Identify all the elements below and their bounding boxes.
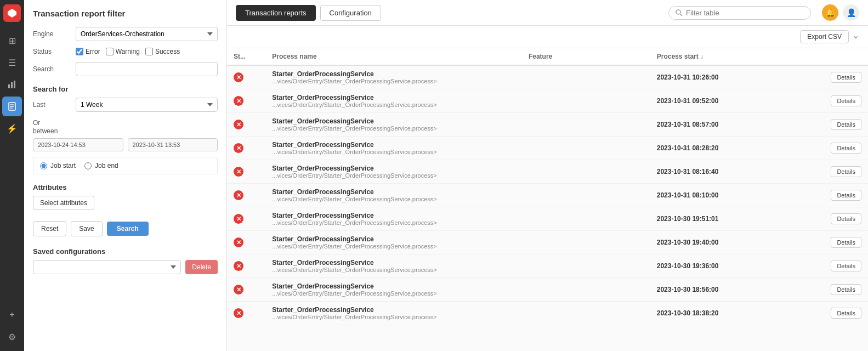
date-to-input[interactable] bbox=[128, 138, 218, 151]
table-area: Export CSV ⌄ St... Process name Feature … bbox=[227, 26, 868, 351]
status-cell: ✕ bbox=[227, 65, 265, 89]
process-cell: Starter_OrderProcessingService ...vices/… bbox=[265, 207, 522, 231]
error-icon: ✕ bbox=[234, 285, 243, 295]
details-button[interactable]: Details bbox=[831, 308, 861, 319]
date-from-input[interactable] bbox=[33, 138, 123, 151]
details-button[interactable]: Details bbox=[831, 143, 861, 154]
process-path-text: ...vices/OrderEntry/Starter_OrderProcess… bbox=[272, 196, 515, 202]
plus-icon[interactable]: + bbox=[2, 305, 22, 325]
action-cell: Details bbox=[801, 207, 868, 231]
table-row: ✕ Starter_OrderProcessingService ...vice… bbox=[227, 184, 868, 207]
col-header-status: St... bbox=[227, 48, 265, 65]
feature-cell bbox=[522, 254, 650, 278]
process-path-text: ...vices/OrderEntry/Starter_OrderProcess… bbox=[272, 172, 515, 179]
tab-transaction-reports[interactable]: Transaction reports bbox=[236, 5, 316, 21]
table-row: ✕ Starter_OrderProcessingService ...vice… bbox=[227, 207, 868, 231]
export-csv-button[interactable]: Export CSV bbox=[800, 30, 849, 43]
status-success-item[interactable]: Success bbox=[145, 48, 180, 55]
process-start-cell: 2023-10-31 08:10:00 bbox=[650, 184, 801, 207]
process-path-text: ...vices/OrderEntry/Starter_OrderProcess… bbox=[272, 149, 515, 155]
column-toggle-icon[interactable]: ⌄ bbox=[852, 30, 859, 43]
error-icon: ✕ bbox=[234, 237, 243, 247]
status-error-item[interactable]: Error bbox=[76, 48, 100, 55]
list-icon[interactable]: ☰ bbox=[2, 53, 22, 72]
svg-rect-1 bbox=[11, 82, 13, 88]
status-cell: ✕ bbox=[227, 278, 265, 302]
action-cell: Details bbox=[801, 231, 868, 254]
status-warning-item[interactable]: Warning bbox=[106, 48, 140, 55]
status-cell: ✕ bbox=[227, 137, 265, 160]
chart-icon[interactable] bbox=[2, 75, 22, 94]
process-path-text: ...vices/OrderEntry/Starter_OrderProcess… bbox=[272, 125, 515, 132]
action-cell: Details bbox=[801, 278, 868, 302]
details-button[interactable]: Details bbox=[831, 284, 861, 295]
process-path-text: ...vices/OrderEntry/Starter_OrderProcess… bbox=[272, 219, 515, 226]
details-button[interactable]: Details bbox=[831, 95, 861, 106]
details-button[interactable]: Details bbox=[831, 72, 861, 83]
filter-table-input[interactable] bbox=[686, 9, 804, 17]
job-end-radio[interactable] bbox=[84, 162, 92, 169]
last-label: Last bbox=[33, 101, 71, 109]
feature-cell bbox=[522, 231, 650, 254]
select-attributes-button[interactable]: Select attributes bbox=[33, 196, 94, 210]
details-button[interactable]: Details bbox=[831, 190, 861, 201]
status-checkboxes: Error Warning Success bbox=[76, 48, 218, 55]
process-name-text: Starter_OrderProcessingService bbox=[272, 70, 515, 78]
error-icon: ✕ bbox=[234, 190, 243, 200]
bolt-icon[interactable]: ⚡ bbox=[2, 118, 22, 138]
details-button[interactable]: Details bbox=[831, 261, 861, 271]
attributes-title: Attributes bbox=[33, 183, 218, 191]
user-button[interactable]: 👤 bbox=[843, 4, 859, 21]
status-cell: ✕ bbox=[227, 184, 265, 207]
job-start-radio[interactable] bbox=[40, 162, 47, 169]
search-label: Search bbox=[33, 65, 71, 73]
process-start-cell: 2023-10-31 08:16:40 bbox=[650, 160, 801, 184]
svg-point-7 bbox=[676, 10, 680, 14]
details-button[interactable]: Details bbox=[831, 119, 861, 130]
process-name-text: Starter_OrderProcessingService bbox=[272, 165, 515, 172]
svg-rect-0 bbox=[8, 84, 10, 88]
search-button[interactable]: Search bbox=[107, 222, 149, 236]
details-button[interactable]: Details bbox=[831, 213, 861, 224]
delete-button[interactable]: Delete bbox=[185, 260, 218, 274]
job-end-label: Job end bbox=[95, 162, 118, 169]
error-icon: ✕ bbox=[234, 308, 243, 318]
status-cell: ✕ bbox=[227, 231, 265, 254]
job-end-radio-item[interactable]: Job end bbox=[84, 162, 118, 169]
details-button[interactable]: Details bbox=[831, 166, 861, 177]
feature-cell bbox=[522, 89, 650, 113]
process-name-text: Starter_OrderProcessingService bbox=[272, 306, 515, 314]
process-cell: Starter_OrderProcessingService ...vices/… bbox=[265, 231, 522, 254]
search-input[interactable] bbox=[76, 62, 218, 76]
search-row: Search bbox=[33, 62, 218, 76]
attributes-section: Attributes Select attributes bbox=[33, 183, 218, 210]
status-success-checkbox[interactable] bbox=[145, 48, 153, 55]
details-button[interactable]: Details bbox=[831, 237, 861, 248]
save-button[interactable]: Save bbox=[71, 221, 102, 236]
table-row: ✕ Starter_OrderProcessingService ...vice… bbox=[227, 302, 868, 325]
last-select[interactable]: 1 Week bbox=[76, 98, 218, 112]
status-error-checkbox[interactable] bbox=[76, 48, 83, 55]
app-logo[interactable] bbox=[3, 4, 21, 22]
grid-icon[interactable]: ⊞ bbox=[2, 31, 22, 50]
reset-button[interactable]: Reset bbox=[33, 221, 66, 236]
status-warning-checkbox[interactable] bbox=[106, 48, 114, 55]
process-path-text: ...vices/OrderEntry/Starter_OrderProcess… bbox=[272, 314, 515, 320]
action-cell: Details bbox=[801, 184, 868, 207]
col-header-process-start[interactable]: Process start ↓ bbox=[650, 48, 801, 65]
job-start-radio-item[interactable]: Job start bbox=[40, 162, 76, 169]
process-start-cell: 2023-10-31 10:26:00 bbox=[650, 65, 801, 89]
reports-icon[interactable] bbox=[2, 97, 22, 116]
process-path-text: ...vices/OrderEntry/Starter_OrderProcess… bbox=[272, 267, 515, 273]
status-success-label: Success bbox=[155, 48, 180, 55]
tab-configuration[interactable]: Configuration bbox=[320, 5, 381, 21]
engine-select[interactable]: OrderServices-Orchestration bbox=[76, 27, 218, 41]
notification-button[interactable]: 🔔 bbox=[822, 4, 838, 21]
feature-cell bbox=[522, 278, 650, 302]
saved-config-select[interactable] bbox=[33, 260, 181, 274]
process-start-cell: 2023-10-31 09:52:00 bbox=[650, 89, 801, 113]
col-header-feature: Feature bbox=[522, 48, 650, 65]
process-name-text: Starter_OrderProcessingService bbox=[272, 212, 515, 219]
status-cell: ✕ bbox=[227, 302, 265, 325]
settings-icon[interactable]: ⚙ bbox=[2, 327, 22, 347]
